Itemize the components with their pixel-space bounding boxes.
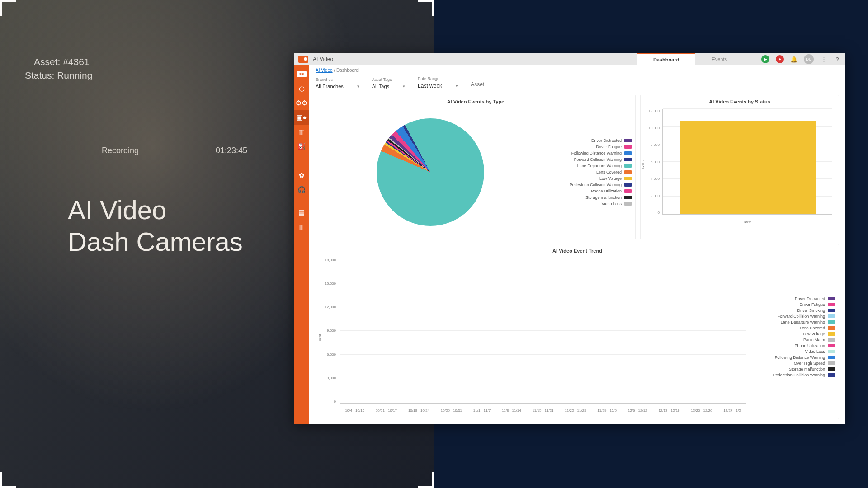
asset-tags-label: Asset Tags: [372, 77, 405, 82]
legend-item: Forward Collision Warning: [541, 157, 632, 162]
sidebar-doc-icon[interactable]: ▤: [294, 205, 309, 220]
legend-item: Lane Departure Warning: [753, 320, 835, 324]
asset-id-label: Asset: #4361: [34, 56, 90, 67]
pie-legend: Driver DistractedDriver FatigueFollowing…: [541, 109, 632, 235]
legend-item: Pedestrian Collision Warning: [753, 373, 835, 377]
legend-item: Video Loss: [541, 202, 632, 206]
status-label: Status: Running: [25, 70, 92, 81]
sidebar-list-icon[interactable]: ≣: [294, 154, 309, 168]
sidebar-fuel-icon[interactable]: ⛽: [294, 139, 309, 154]
legend-item: Video Loss: [753, 349, 835, 354]
breadcrumb: AI Video / Dashboard: [316, 68, 839, 73]
filter-bar: Branches All Branches Asset Tags All Tag…: [316, 76, 839, 89]
legend-item: Driver Distracted: [541, 138, 632, 143]
sidebar-support-icon[interactable]: 🎧: [294, 183, 309, 197]
camera-icon: [298, 56, 308, 63]
recording-text: Recording: [102, 146, 139, 155]
tabs: Dashboard Events: [637, 53, 743, 65]
legend-item: Over High Speed: [753, 361, 835, 366]
legend-item: Low Voltage: [541, 176, 632, 181]
legend-item: Driver Distracted: [753, 296, 835, 301]
play-icon[interactable]: ▶: [761, 55, 769, 63]
sidebar-clock-icon[interactable]: ◷: [294, 81, 309, 96]
trend-bar-chart: Event 18,00015,00012,0009,0006,0003,0000…: [320, 258, 749, 415]
avatar[interactable]: DU: [804, 54, 814, 64]
pie-chart-title: AI Video Events by Type: [320, 99, 632, 104]
sidebar-camera-icon[interactable]: ▣●: [294, 110, 309, 125]
legend-item: Panic Alarm: [753, 338, 835, 342]
legend-item: Driver Fatigue: [753, 302, 835, 307]
legend-item: Following Distance Warning: [541, 151, 632, 155]
legend-item: Pedestrian Collision Warning: [541, 183, 632, 187]
branches-label: Branches: [316, 77, 359, 82]
legend-item: Forward Collision Warning: [753, 314, 835, 319]
asset-input[interactable]: [471, 80, 525, 89]
status-xlabel: New: [662, 220, 832, 224]
legend-item: Driver Smoking: [753, 308, 835, 313]
breadcrumb-current: Dashboard: [336, 68, 359, 73]
hero-title: AI Video Dash Cameras: [68, 194, 243, 257]
bell-icon[interactable]: 🔔: [790, 56, 797, 63]
kebab-icon[interactable]: ⋮: [820, 56, 827, 63]
record-icon[interactable]: ●: [776, 55, 784, 63]
content-area: AI Video / Dashboard Branches All Branch…: [309, 65, 845, 424]
date-range-label: Date Range: [418, 76, 458, 81]
tab-dashboard[interactable]: Dashboard: [637, 53, 695, 65]
legend-item: Lens Covered: [753, 326, 835, 330]
topbar: AI Video Dashboard Events ▶ ● 🔔 DU ⋮ ?: [294, 53, 845, 65]
legend-item: Driver Fatigue: [541, 145, 632, 149]
help-icon[interactable]: ?: [834, 56, 841, 63]
legend-item: Following Distance Warning: [753, 355, 835, 360]
status-chart-title: AI Video Events by Status: [644, 99, 835, 104]
sidebar-bars-icon[interactable]: ▥: [294, 220, 309, 234]
tab-events[interactable]: Events: [695, 53, 743, 65]
app-title: AI Video: [313, 56, 333, 62]
trend-legend: Driver DistractedDriver FatigueDriver Sm…: [749, 258, 835, 415]
sidebar-settings-icon[interactable]: ✿: [294, 168, 309, 183]
event-trend-card: AI Video Event Trend Event 18,00015,0001…: [316, 244, 839, 419]
status-bar-chart: Event 12,00010,0008,0006,0004,0002,0000 …: [644, 109, 835, 226]
road-detection-bracket: [0, 140, 154, 242]
legend-item: Storage malfunction: [541, 195, 632, 200]
dashboard-panel: AI Video Dashboard Events ▶ ● 🔔 DU ⋮ ? S…: [294, 53, 845, 424]
breadcrumb-link[interactable]: AI Video: [316, 68, 333, 73]
legend-item: Phone Utilization: [541, 189, 632, 193]
legend-item: Low Voltage: [753, 332, 835, 336]
asset-tags-select[interactable]: All Tags: [372, 84, 405, 89]
legend-item: Storage malfunction: [753, 367, 835, 371]
trend-chart-title: AI Video Event Trend: [320, 248, 835, 253]
pie-chart: [377, 118, 484, 226]
sidebar-logo[interactable]: SP: [294, 67, 309, 81]
events-by-type-card: AI Video Events by Type Driver Distracte…: [316, 95, 636, 239]
sidebar-chart-icon[interactable]: ▥: [294, 125, 309, 139]
date-range-select[interactable]: Last week: [418, 83, 458, 89]
sidebar-gears-icon[interactable]: ⚙⚙: [294, 96, 309, 110]
sidebar: SP ◷ ⚙⚙ ▣● ▥ ⛽ ≣ ✿ 🎧 ▤ ▥: [294, 65, 309, 424]
recording-indicator: Recording 01:23:45: [102, 146, 247, 155]
events-by-status-card: AI Video Events by Status Event 12,00010…: [640, 95, 839, 239]
legend-item: Lens Covered: [541, 170, 632, 174]
face-detection-bracket: [0, 0, 122, 140]
timecode-text: 01:23:45: [216, 146, 247, 155]
legend-item: Phone Utilization: [753, 343, 835, 348]
legend-item: Lane Departure Warning: [541, 164, 632, 168]
branches-select[interactable]: All Branches: [316, 84, 359, 89]
